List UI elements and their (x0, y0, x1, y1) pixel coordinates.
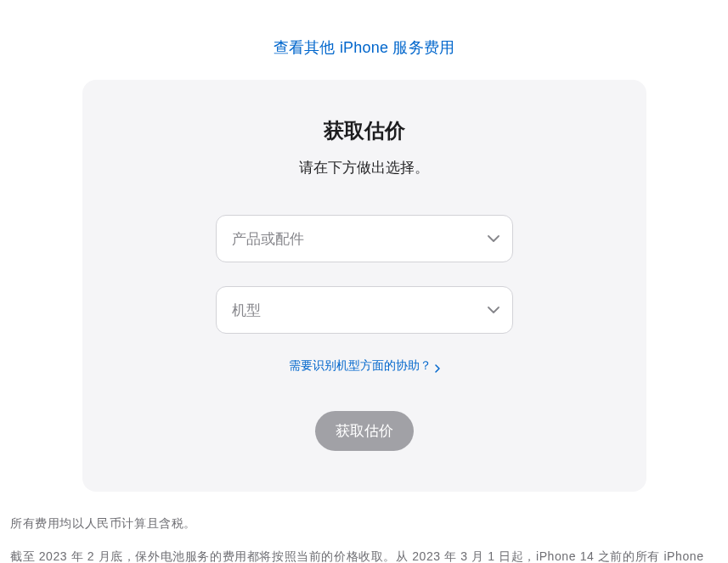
chevron-right-icon (435, 362, 440, 370)
card-subtitle: 请在下方做出选择。 (116, 158, 612, 177)
footer-note-2: 截至 2023 年 2 月底，保外电池服务的费用都将按照当前的价格收取。从 20… (10, 545, 718, 563)
model-select-wrapper: 机型 (216, 286, 513, 334)
footer-note-2-text: 截至 2023 年 2 月底，保外电池服务的费用都将按照当前的价格收取。从 20… (10, 549, 704, 563)
get-estimate-button[interactable]: 获取估价 (315, 411, 414, 451)
footer-notes: 所有费用均以人民币计算且含税。 截至 2023 年 2 月底，保外电池服务的费用… (10, 492, 718, 563)
product-select-wrapper: 产品或配件 (216, 215, 513, 262)
estimate-card: 获取估价 请在下方做出选择。 产品或配件 机型 需要识别机型方面的协助？ (82, 80, 646, 492)
help-link-label: 需要识别机型方面的协助？ (289, 358, 432, 374)
model-select-placeholder: 机型 (232, 301, 261, 320)
top-link-wrapper: 查看其他 iPhone 服务费用 (10, 0, 718, 80)
identify-model-help-link[interactable]: 需要识别机型方面的协助？ (289, 358, 440, 374)
model-select[interactable]: 机型 (216, 286, 513, 334)
card-title: 获取估价 (116, 117, 612, 144)
footer-note-1: 所有费用均以人民币计算且含税。 (10, 512, 718, 535)
other-services-link[interactable]: 查看其他 iPhone 服务费用 (274, 39, 454, 56)
product-select[interactable]: 产品或配件 (216, 215, 513, 262)
product-select-placeholder: 产品或配件 (232, 229, 304, 249)
